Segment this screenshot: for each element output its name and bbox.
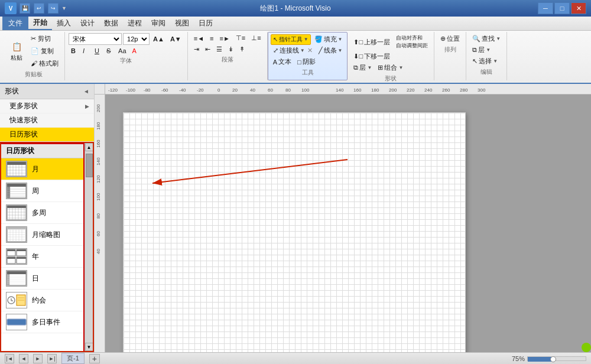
- undo-icon[interactable]: ↩: [34, 3, 44, 14]
- shape-item-multiweek[interactable]: 多周: [1, 202, 83, 224]
- strikethrough-button[interactable]: S: [104, 46, 115, 56]
- shape-item-appointment[interactable]: 约会: [1, 290, 83, 311]
- day-icon-svg: [7, 271, 27, 286]
- outdent-button[interactable]: ⇤: [203, 44, 213, 54]
- increase-indent-button[interactable]: ↡: [226, 44, 236, 54]
- last-page-button[interactable]: ►|: [47, 354, 57, 363]
- line-dropdown[interactable]: ▼: [338, 48, 343, 53]
- decrease-font-button[interactable]: A▼: [168, 34, 184, 44]
- scroll-up-button[interactable]: ▲: [85, 143, 93, 151]
- select-button[interactable]: ↖ 选择 ▼: [470, 56, 500, 67]
- align-center-button[interactable]: ≡: [207, 34, 216, 43]
- qa-dropdown[interactable]: ▼: [61, 5, 67, 11]
- increase-font-button[interactable]: A▲: [151, 34, 167, 44]
- shadow-button[interactable]: □ 阴影: [295, 56, 318, 67]
- shape-item-week[interactable]: 周: [1, 180, 83, 202]
- layer-dropdown[interactable]: ▼: [367, 65, 372, 70]
- scroll-thumb[interactable]: [86, 154, 93, 177]
- ruler-area: -120 -100 -80 -60 -40 -20 0 20 40 60 80 …: [95, 84, 591, 95]
- canvas-area[interactable]: [105, 95, 591, 352]
- shape-item-month[interactable]: 月: [1, 158, 83, 180]
- select-dropdown[interactable]: ▼: [493, 58, 498, 64]
- bold-button[interactable]: B: [69, 46, 79, 56]
- align-left-button[interactable]: ≡◄: [191, 34, 206, 43]
- font-color-button[interactable]: A: [130, 46, 139, 56]
- next-page-button[interactable]: ►: [33, 354, 43, 363]
- indent-button[interactable]: ⇥: [191, 44, 202, 54]
- group-dropdown[interactable]: ▼: [398, 65, 403, 70]
- menu-calendar[interactable]: 日历: [194, 17, 217, 30]
- quick-shapes-item[interactable]: 快速形状: [0, 113, 94, 128]
- format-painter-button[interactable]: 🖌 格式刷: [28, 58, 61, 69]
- shape-item-day[interactable]: 日: [1, 268, 83, 290]
- group-button[interactable]: ⊞ 组合 ▼: [375, 62, 405, 73]
- send-backward-button[interactable]: ⬇□ 下移一层: [351, 51, 392, 62]
- paste-button[interactable]: 📋 粘贴: [6, 36, 27, 67]
- fill-button[interactable]: 🪣 填充 ▼: [312, 34, 345, 45]
- edit-layer-dropdown[interactable]: ▼: [486, 47, 491, 53]
- font-size-select[interactable]: 12pt: [123, 33, 150, 45]
- auto-align-button[interactable]: 自动对齐和自动调整间距: [394, 33, 430, 51]
- more-shapes-item[interactable]: 更多形状 ▶: [0, 99, 94, 113]
- find-button[interactable]: 🔍 查找 ▼: [470, 33, 503, 44]
- svg-text:0: 0: [217, 87, 220, 93]
- svg-rect-45: [17, 249, 26, 251]
- align-bottom-button[interactable]: ⊥≡: [249, 33, 263, 43]
- cut-button[interactable]: ✂ 剪切: [28, 33, 61, 44]
- save-icon[interactable]: 💾: [20, 3, 30, 14]
- menu-home[interactable]: 开始: [28, 17, 52, 30]
- text-tool-button[interactable]: A 文本: [271, 56, 294, 67]
- shape-panel-scrollbar[interactable]: ▲ ▼: [85, 143, 93, 351]
- bring-forward-button[interactable]: ⬆□ 上移一层: [351, 37, 392, 48]
- menu-process[interactable]: 进程: [123, 17, 147, 30]
- connect-tool-button[interactable]: ⤢ 连接线 ▼ ✕: [271, 45, 315, 56]
- menu-file[interactable]: 文件: [2, 17, 28, 30]
- redo-icon[interactable]: ↪: [48, 3, 59, 14]
- quick-access-toolbar: V 💾 ↩ ↪ ▼: [5, 2, 67, 14]
- shape-item-monththumb[interactable]: 月缩略图: [1, 224, 83, 246]
- position-button[interactable]: ⊕ 位置: [438, 33, 462, 44]
- maximize-button[interactable]: □: [554, 2, 570, 14]
- font-family-select[interactable]: 宋体: [69, 33, 122, 45]
- zoom-slider[interactable]: [527, 356, 586, 361]
- italic-button[interactable]: I: [80, 46, 91, 56]
- panel-expand-icon[interactable]: ◄: [83, 88, 89, 95]
- first-page-button[interactable]: |◄: [5, 354, 14, 363]
- svg-text:-120: -120: [108, 87, 118, 93]
- calendar-shapes-item[interactable]: 日历形状: [0, 128, 94, 142]
- page-tab[interactable]: 页-1: [61, 353, 85, 364]
- align-top-button[interactable]: ⊤≡: [233, 33, 248, 43]
- connect-dropdown[interactable]: ▼: [300, 48, 305, 53]
- menu-review[interactable]: 审阅: [147, 17, 170, 30]
- group-icon: ⊞: [378, 64, 383, 72]
- change-case-button[interactable]: Aa: [116, 46, 128, 56]
- shape-item-year[interactable]: 年: [1, 246, 83, 268]
- minimize-button[interactable]: ─: [538, 2, 553, 14]
- line-button[interactable]: ╱ 线条 ▼: [316, 45, 345, 56]
- shape-item-multidayevent[interactable]: 多日事件: [1, 311, 83, 333]
- zoom-handle[interactable]: [550, 356, 556, 362]
- pointer-dropdown[interactable]: ▼: [304, 37, 309, 42]
- copy-button[interactable]: 📄 复制: [28, 46, 61, 57]
- align-right-button[interactable]: ≡►: [217, 34, 232, 43]
- prev-page-button[interactable]: ◄: [19, 354, 28, 363]
- underline-button[interactable]: U: [92, 46, 103, 56]
- menu-insert[interactable]: 插入: [52, 17, 76, 30]
- ruler-top: -120 -100 -80 -60 -40 -20 0 20 40 60 80 …: [105, 84, 591, 95]
- month-icon-svg: [7, 161, 27, 177]
- decrease-indent-button[interactable]: ↟: [237, 44, 247, 54]
- add-page-button[interactable]: +: [89, 354, 100, 363]
- pointer-tool-button[interactable]: ↖ 指针工具 ▼: [271, 34, 311, 45]
- menu-view[interactable]: 视图: [170, 17, 194, 30]
- layer-button[interactable]: ⧉ 层 ▼: [351, 62, 374, 73]
- fill-dropdown[interactable]: ▼: [338, 37, 343, 42]
- drawing-canvas[interactable]: [123, 112, 466, 352]
- menu-data[interactable]: 数据: [99, 17, 123, 30]
- menu-design[interactable]: 设计: [76, 17, 99, 30]
- find-dropdown[interactable]: ▼: [496, 36, 501, 41]
- canvas-container: -120 -100 -80 -60 -40 -20 0 20 40 60 80 …: [95, 84, 591, 352]
- close-button[interactable]: ✕: [571, 2, 586, 14]
- scroll-down-button[interactable]: ▼: [85, 343, 93, 351]
- bullets-button[interactable]: ☰: [214, 44, 225, 54]
- edit-layer-button[interactable]: ⧉ 层 ▼: [470, 44, 493, 56]
